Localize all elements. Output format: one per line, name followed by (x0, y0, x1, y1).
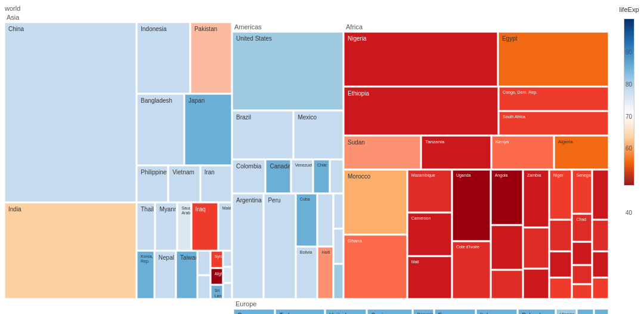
canada-label: Canada (270, 163, 290, 170)
india-label: India (8, 206, 21, 213)
vietnam-cell: Vietnam (169, 166, 199, 202)
ecuador-cell (330, 160, 343, 193)
syria-cell: Syria (211, 251, 222, 267)
ivory-cell: Cote d'Ivoire (453, 242, 490, 298)
vietnam-label: Vietnam (172, 169, 194, 176)
xs-am4 (334, 264, 343, 298)
xs-af10 (593, 170, 608, 219)
ethiopia-cell: Ethiopia (344, 87, 498, 135)
algeria-cell: Algeria (555, 136, 608, 169)
romania-cell: Romania (413, 309, 433, 314)
xs-asia-cell3 (224, 284, 231, 298)
iraq-label: Iraq (196, 206, 206, 213)
europe-block: Europe Germany Turkey United Kingdom Spa… (5, 300, 608, 314)
burkina-cell (491, 226, 522, 269)
xs-am3 (334, 229, 343, 263)
colombia-label: Colombia (236, 163, 261, 170)
japan-cell: Japan (185, 94, 231, 165)
france-cell: France (435, 309, 475, 314)
nepal-label: Nepal (159, 254, 174, 261)
poland-cell: Poland (518, 309, 555, 314)
asia-label: Asia (5, 13, 608, 21)
tanzania-cell: Tanzania (422, 136, 491, 169)
iran-cell: Iran (201, 166, 231, 202)
main-area: world Asia China (5, 5, 608, 309)
ghana-label: Ghana (348, 238, 362, 244)
brazil-label: Brazil (236, 114, 251, 121)
mali-cell: Mali (408, 257, 451, 298)
drc-label: Congo, Dem. Rep. (503, 90, 537, 95)
angola-cell: Angola (491, 170, 522, 224)
india-cell: India (5, 203, 136, 298)
bangladesh-cell: Bangladesh (137, 94, 184, 165)
sudan-label: Sudan (348, 139, 365, 146)
xs-af13 (593, 278, 608, 298)
egypt-cell: Egypt (499, 32, 608, 86)
legend-labels: 90 80 70 60 50 40 (626, 49, 632, 216)
us-label: United States (236, 35, 272, 42)
south-africa-cell: South Africa (499, 112, 608, 135)
uganda-label: Uganda (456, 173, 471, 178)
senegal-cell: Senegal (572, 170, 591, 213)
cameroon-cell: Cameroon (408, 213, 451, 255)
xs-asia-cell1 (224, 251, 231, 266)
ethiopia-label: Ethiopia (348, 90, 369, 97)
xs-am2 (334, 194, 343, 228)
chart-container: world Asia China (0, 0, 644, 314)
africa-label: Africa (344, 23, 608, 31)
tanzania-label: Tanzania (425, 139, 444, 145)
venezuela-cell: Venezuela (292, 160, 312, 193)
xs-am1 (318, 194, 333, 246)
ghana-cell: Ghana (344, 235, 407, 299)
xs-af3 (524, 269, 549, 298)
kenya-label: Kenya (496, 139, 509, 145)
haiti-label: Haiti (321, 250, 330, 255)
kenya-cell: Kenya (492, 136, 553, 169)
xs-af8 (572, 266, 591, 284)
sri-lanka-cell: Sri Lanka (211, 285, 222, 298)
cuba-cell: Cuba (296, 194, 317, 246)
indonesia-label: Indonesia (141, 26, 166, 33)
nigeria-cell: Nigeria (344, 32, 497, 86)
malaysia-cell: Malaysia (219, 203, 231, 250)
egypt-label: Egypt (502, 35, 518, 42)
turkey-cell: Turkey (275, 309, 324, 314)
us-cell: United States (233, 32, 343, 110)
philippines-label: Philippines (141, 169, 168, 176)
peru-cell: Peru (264, 194, 295, 298)
saudi-cell: Saudi Arabia (178, 203, 190, 250)
nigeria-label: Nigeria (348, 35, 367, 42)
ukraine-cell: Ukraine (556, 309, 576, 314)
cameroon-label: Cameroon (411, 216, 431, 221)
xs-af4 (550, 220, 572, 250)
myanmar-cell: Myanmar (156, 203, 177, 250)
venezuela-label: Venezuela (295, 163, 312, 168)
xs-af12 (593, 252, 608, 277)
bangladesh-label: Bangladesh (141, 97, 172, 104)
uk-cell: United Kingdom (326, 309, 366, 314)
xs-eu3 (595, 309, 608, 314)
china-label: China (8, 26, 24, 33)
mali-label: Mali (411, 260, 419, 264)
bolivia-label: Bolivia (300, 250, 312, 255)
legend-title: lifeExp (619, 6, 639, 13)
argentina-cell: Argentina (233, 194, 263, 298)
afghanistan-label: Afghanistan (215, 272, 222, 276)
iran-label: Iran (205, 169, 215, 176)
xs-asia-cell2 (224, 267, 231, 282)
americas-block: Americas United States Brazil Mex (233, 23, 343, 298)
small-asia-cell2 (198, 276, 209, 299)
morocco-cell: Morocco (344, 170, 407, 234)
xs-af5 (550, 252, 572, 277)
peru-label: Peru (268, 197, 280, 204)
korea-cell: Korea, Rep. (137, 251, 154, 298)
korea-label: Korea, Rep. (141, 254, 153, 264)
afghanistan-cell: Afghanistan (211, 269, 222, 285)
chad-cell: Chad (572, 214, 591, 241)
cuba-label: Cuba (300, 197, 310, 202)
sri-lanka-label: Sri Lanka (215, 288, 222, 298)
pakistan-label: Pakistan (194, 26, 217, 33)
mexico-label: Mexico (298, 114, 317, 121)
iraq-cell: Iraq (192, 203, 218, 250)
myanmar-label: Myanmar (159, 206, 177, 213)
